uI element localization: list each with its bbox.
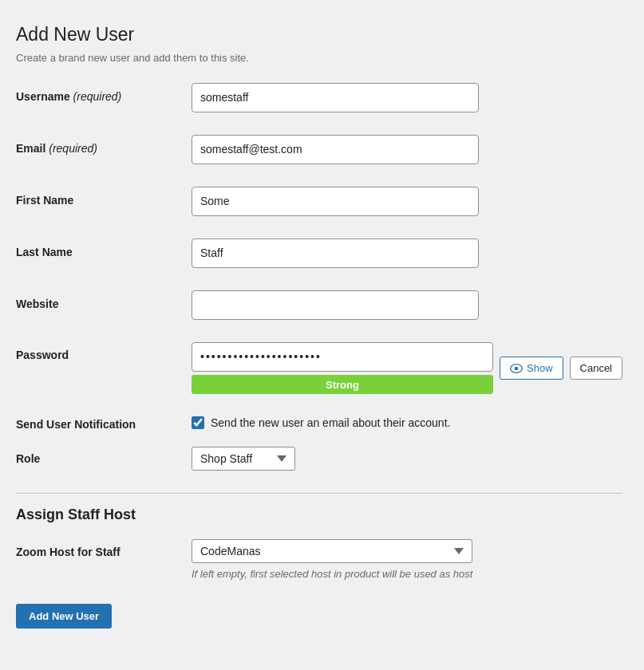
password-input-wrap: Strong <box>192 342 493 394</box>
zoom-host-hint: If left empty, first selected host in pr… <box>192 568 472 580</box>
zoom-host-row: Zoom Host for Staff CodeManas If left em… <box>16 539 622 580</box>
first-name-input[interactable] <box>192 187 479 216</box>
first-name-field-wrap <box>192 187 479 216</box>
website-label: Website <box>16 290 192 313</box>
password-row: Password Strong Show <box>16 342 622 400</box>
cancel-password-button[interactable]: Cancel <box>570 357 622 380</box>
role-row: Role Shop Staff Administrator Editor Aut… <box>16 447 622 471</box>
website-row: Website <box>16 290 622 326</box>
notification-checkbox[interactable] <box>192 416 204 429</box>
password-right: Strong Show Cancel <box>192 342 622 394</box>
website-input[interactable] <box>192 290 479 320</box>
role-select[interactable]: Shop Staff Administrator Editor Author C… <box>192 447 295 471</box>
last-name-label: Last Name <box>16 238 192 261</box>
notification-label: Send User Notification <box>16 416 192 431</box>
email-row: Email (required) <box>16 135 622 171</box>
assign-staff-host-heading: Assign Staff Host <box>16 493 622 523</box>
zoom-host-field: CodeManas If left empty, first selected … <box>192 539 472 580</box>
notification-field: Send the new user an email about their a… <box>192 416 450 429</box>
last-name-field-wrap <box>192 238 479 268</box>
show-password-button[interactable]: Show <box>500 357 563 380</box>
notification-row: Send User Notification Send the new user… <box>16 416 622 431</box>
password-strength-bar: Strong <box>192 375 493 394</box>
notification-text: Send the new user an email about their a… <box>211 416 450 429</box>
svg-point-1 <box>515 366 519 370</box>
email-input[interactable] <box>192 135 479 164</box>
zoom-host-select[interactable]: CodeManas <box>192 539 472 563</box>
last-name-row: Last Name <box>16 238 622 274</box>
username-input[interactable] <box>192 83 479 112</box>
first-name-row: First Name <box>16 187 622 223</box>
email-label: Email (required) <box>16 135 192 157</box>
add-new-user-form: Add New User Create a brand new user and… <box>16 24 622 629</box>
email-field-wrap <box>192 135 479 164</box>
role-label: Role <box>16 452 192 465</box>
username-row: Username (required) <box>16 83 622 119</box>
password-input[interactable] <box>192 342 493 372</box>
zoom-host-label: Zoom Host for Staff <box>16 539 192 558</box>
add-new-user-button[interactable]: Add New User <box>16 604 112 629</box>
last-name-input[interactable] <box>192 238 479 268</box>
website-field-wrap <box>192 290 479 320</box>
password-label: Password <box>16 342 192 361</box>
page-subtitle: Create a brand new user and add them to … <box>16 52 622 64</box>
username-label: Username (required) <box>16 83 192 105</box>
page-title: Add New User <box>16 24 622 45</box>
eye-icon <box>510 364 523 373</box>
first-name-label: First Name <box>16 187 192 209</box>
password-main-row: Password Strong Show <box>16 342 622 394</box>
password-fields: Strong Show Cancel <box>192 342 622 394</box>
username-field <box>192 83 479 112</box>
role-field: Shop Staff Administrator Editor Author C… <box>192 447 295 471</box>
